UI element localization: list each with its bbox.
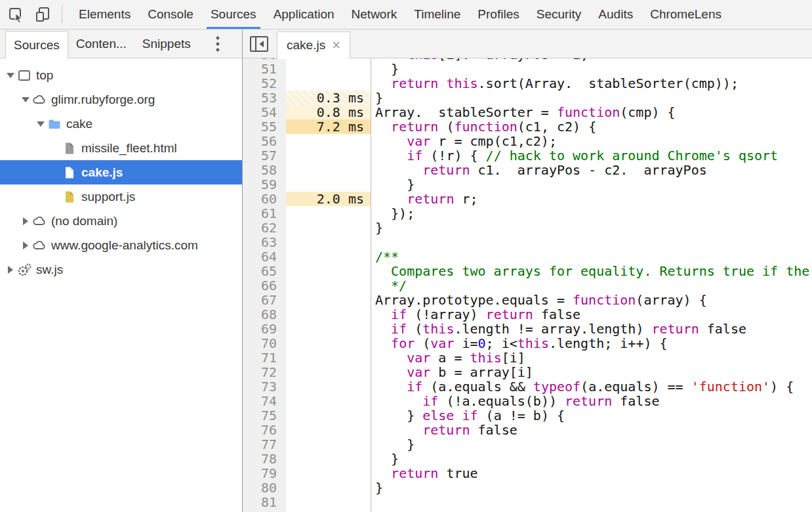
code-text[interactable]: var a = this[i] — [371, 351, 812, 365]
code-text[interactable]: Array.__stableSorter = function(cmp) { — [371, 105, 812, 119]
line-number[interactable]: 57 — [243, 148, 286, 163]
code-text[interactable]: return c1.__arrayPos - c2.__arrayPos — [371, 163, 812, 177]
tab-application[interactable]: Application — [265, 0, 343, 29]
line-number[interactable]: 55 — [243, 119, 286, 134]
line-number[interactable]: 64 — [243, 249, 286, 264]
code-text[interactable]: Compares two arrays for equality. Return… — [371, 264, 812, 278]
line-number[interactable]: 72 — [243, 365, 286, 379]
code-text[interactable]: var r = cmp(c1,c2); — [371, 134, 812, 148]
tab-security[interactable]: Security — [528, 0, 590, 29]
chevron-right-icon[interactable] — [5, 266, 16, 274]
line-number[interactable]: 79 — [243, 466, 286, 480]
tab-audits[interactable]: Audits — [590, 0, 641, 29]
chevron-down-icon[interactable] — [5, 73, 16, 78]
tree-item-sw-js[interactable]: sw.js — [0, 257, 242, 282]
line-number[interactable]: 69 — [243, 322, 286, 336]
tree-item-www-google-analytics-com[interactable]: www.google-analytics.com — [0, 233, 242, 257]
line-number[interactable]: 60 — [243, 192, 286, 206]
code-editor[interactable]: 50 this[i].__arrayPos = i;51 }52 return … — [243, 58, 812, 512]
code-text[interactable]: return false — [371, 423, 812, 437]
code-text[interactable]: } — [371, 452, 812, 466]
code-text[interactable]: return r; — [371, 192, 812, 206]
code-text[interactable]: for (var i=0; i<this.length; i++) { — [371, 336, 812, 351]
code-text[interactable]: return (function(c1, c2) { — [371, 119, 812, 134]
line-number[interactable]: 59 — [243, 177, 286, 192]
code-text[interactable]: } — [371, 437, 812, 452]
inspect-icon[interactable] — [4, 3, 28, 26]
code-text[interactable]: if (!array) return false — [371, 307, 812, 322]
code-text[interactable]: } — [371, 480, 812, 495]
line-number[interactable]: 75 — [243, 408, 286, 423]
code-text[interactable]: }); — [371, 206, 812, 221]
line-number[interactable]: 52 — [243, 76, 286, 91]
navigator-tab-sources[interactable]: Sources — [5, 31, 68, 58]
line-number[interactable]: 58 — [243, 163, 286, 177]
code-text[interactable]: return this.sort(Array.__stableSorter(cm… — [371, 76, 812, 91]
device-toolbar-icon[interactable] — [31, 3, 55, 26]
tree-item-glimr-rubyforge-org[interactable]: glimr.rubyforge.org — [0, 87, 242, 112]
navigator-tab-conten[interactable]: Conten... — [68, 30, 134, 58]
tree-item-cake[interactable]: cake — [0, 112, 242, 136]
code-text[interactable]: } — [371, 177, 812, 192]
tree-item-no-domain[interactable]: (no domain) — [0, 209, 242, 233]
code-text[interactable]: if (this.length != array.length) return … — [371, 322, 812, 336]
chevron-down-icon[interactable] — [20, 97, 31, 102]
line-number[interactable]: 56 — [243, 134, 286, 148]
line-number[interactable]: 78 — [243, 452, 286, 466]
more-options-icon[interactable] — [208, 30, 228, 58]
tree-item-cake-js[interactable]: cake.js — [0, 160, 242, 184]
code-text[interactable]: } else if (a != b) { — [371, 408, 812, 423]
line-number[interactable]: 61 — [243, 206, 286, 221]
line-number[interactable]: 80 — [243, 480, 286, 495]
tab-profiles[interactable]: Profiles — [469, 0, 527, 29]
line-number[interactable]: 63 — [243, 235, 286, 249]
tab-timeline[interactable]: Timeline — [405, 0, 469, 29]
navigator-tab-snippets[interactable]: Snippets — [134, 30, 199, 58]
execution-time-cell — [286, 264, 371, 278]
code-text[interactable]: if (!a.equals(b)) return false — [371, 394, 812, 408]
hide-navigator-icon[interactable] — [249, 35, 269, 53]
tab-console[interactable]: Console — [139, 0, 202, 29]
chevron-right-icon[interactable] — [20, 242, 31, 249]
code-text[interactable]: if (a.equals && typeof(a.equals) == 'fun… — [371, 379, 812, 394]
tab-network[interactable]: Network — [343, 0, 406, 29]
editor-tab-cake-js[interactable]: cake.js × — [277, 32, 350, 59]
tree-item-missile-fleet-html[interactable]: missile_fleet.html — [0, 136, 242, 160]
tab-sources[interactable]: Sources — [202, 0, 265, 29]
chevron-down-icon[interactable] — [35, 121, 46, 127]
line-number[interactable]: 70 — [243, 336, 286, 351]
tab-chromelens[interactable]: ChromeLens — [641, 0, 730, 29]
line-number[interactable]: 68 — [243, 307, 286, 322]
line-number[interactable]: 81 — [243, 495, 286, 509]
code-text[interactable]: } — [371, 91, 812, 105]
line-number[interactable]: 71 — [243, 351, 286, 365]
line-number[interactable]: 66 — [243, 278, 286, 293]
tab-elements[interactable]: Elements — [70, 0, 139, 29]
code-text[interactable]: var b = array[i] — [371, 365, 812, 379]
line-number[interactable]: 82 — [243, 509, 286, 512]
chevron-right-icon[interactable] — [20, 217, 31, 225]
code-text[interactable]: Array.prototype.equals = function(array)… — [371, 293, 812, 307]
line-number[interactable]: 53 — [243, 91, 286, 105]
code-text[interactable] — [371, 509, 812, 512]
code-text[interactable]: if (!r) { // hack to work around Chrome'… — [371, 148, 812, 163]
code-text[interactable] — [371, 235, 812, 249]
line-number[interactable]: 74 — [243, 394, 286, 408]
line-number[interactable]: 51 — [243, 62, 286, 76]
code-text[interactable]: */ — [371, 278, 812, 293]
line-number[interactable]: 76 — [243, 423, 286, 437]
line-number[interactable]: 54 — [243, 105, 286, 119]
code-text[interactable]: return true — [371, 466, 812, 480]
code-text[interactable]: } — [371, 221, 812, 235]
line-number[interactable]: 67 — [243, 293, 286, 307]
tree-item-top[interactable]: top — [0, 63, 242, 87]
line-number[interactable]: 77 — [243, 437, 286, 452]
code-text[interactable]: } — [371, 62, 812, 76]
close-icon[interactable]: × — [332, 38, 340, 53]
line-number[interactable]: 62 — [243, 221, 286, 235]
code-text[interactable]: /** — [371, 249, 812, 264]
line-number[interactable]: 65 — [243, 264, 286, 278]
code-text[interactable] — [371, 495, 812, 509]
line-number[interactable]: 73 — [243, 379, 286, 394]
tree-item-support-js[interactable]: support.js — [0, 184, 242, 209]
